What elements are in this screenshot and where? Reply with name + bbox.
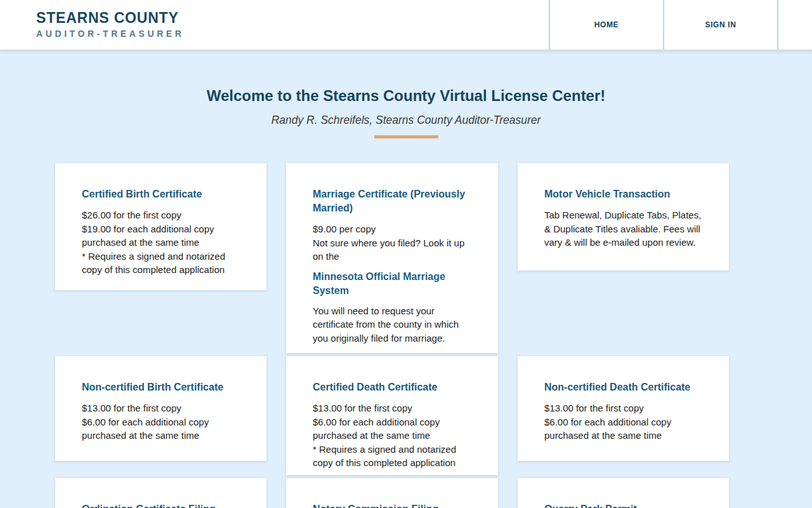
main-nav: HOME SIGN IN <box>549 0 812 50</box>
card-certified-death-certificate[interactable]: Certified Death Certificate $13.00 for t… <box>286 356 498 475</box>
card-title: Certified Death Certificate <box>313 380 471 394</box>
nav-spacer <box>777 0 812 50</box>
app-header: STEARNS COUNTY AUDITOR-TREASURER HOME SI… <box>0 0 812 51</box>
page-subtitle: Randy R. Schreifels, Stearns County Audi… <box>0 113 812 127</box>
brand-subtitle: AUDITOR-TREASURER <box>36 29 185 39</box>
card-ordination-certificate-filing[interactable]: Ordination Certificate Filing <box>55 478 266 508</box>
brand-logo[interactable]: STEARNS COUNTY AUDITOR-TREASURER <box>36 10 185 39</box>
service-card-grid: Certified Birth Certificate $26.00 for t… <box>55 163 729 508</box>
card-title: Notary Commission Filing <box>313 502 471 508</box>
card-body: $13.00 for the first copy $6.00 for each… <box>82 401 240 443</box>
card-title: Motor Vehicle Transaction <box>544 187 702 201</box>
minnesota-official-marriage-system-link[interactable]: Minnesota Official Marriage System <box>313 270 471 298</box>
card-title: Non-certified Death Certificate <box>544 380 702 394</box>
card-title: Non-certified Birth Certificate <box>82 380 240 394</box>
page-title: Welcome to the Stearns County Virtual Li… <box>0 86 812 105</box>
card-marriage-certificate[interactable]: Marriage Certificate (Previously Married… <box>286 163 498 353</box>
card-certified-birth-certificate[interactable]: Certified Birth Certificate $26.00 for t… <box>55 163 266 290</box>
card-motor-vehicle-transaction[interactable]: Motor Vehicle Transaction Tab Renewal, D… <box>518 163 729 271</box>
accent-divider <box>374 135 438 138</box>
nav-sign-in[interactable]: SIGN IN <box>663 0 777 50</box>
card-noncertified-birth-certificate[interactable]: Non-certified Birth Certificate $13.00 f… <box>55 356 266 461</box>
card-body: $13.00 for the first copy $6.00 for each… <box>544 401 702 443</box>
card-body-intro: $9.00 per copy Not sure where you filed?… <box>313 222 471 264</box>
card-body: Tab Renewal, Duplicate Tabs, Plates, & D… <box>544 208 702 250</box>
main-content: Welcome to the Stearns County Virtual Li… <box>0 86 812 508</box>
card-title: Marriage Certificate (Previously Married… <box>313 187 471 215</box>
card-notary-commission-filing[interactable]: Notary Commission Filing <box>286 478 498 508</box>
hero-section: Welcome to the Stearns County Virtual Li… <box>0 86 812 138</box>
card-title: Quarry Park Permit <box>544 502 702 508</box>
card-body: $13.00 for the first copy $6.00 for each… <box>313 401 471 470</box>
brand-name: STEARNS COUNTY <box>36 10 185 26</box>
card-title: Certified Birth Certificate <box>82 187 240 201</box>
card-noncertified-death-certificate[interactable]: Non-certified Death Certificate $13.00 f… <box>518 356 729 461</box>
card-quarry-park-permit[interactable]: Quarry Park Permit <box>518 478 729 508</box>
nav-home[interactable]: HOME <box>549 0 663 50</box>
card-body: $26.00 for the first copy $19.00 for eac… <box>82 208 240 277</box>
card-title: Ordination Certificate Filing <box>82 502 240 508</box>
card-body-outro: You will need to request your certificat… <box>313 304 471 345</box>
